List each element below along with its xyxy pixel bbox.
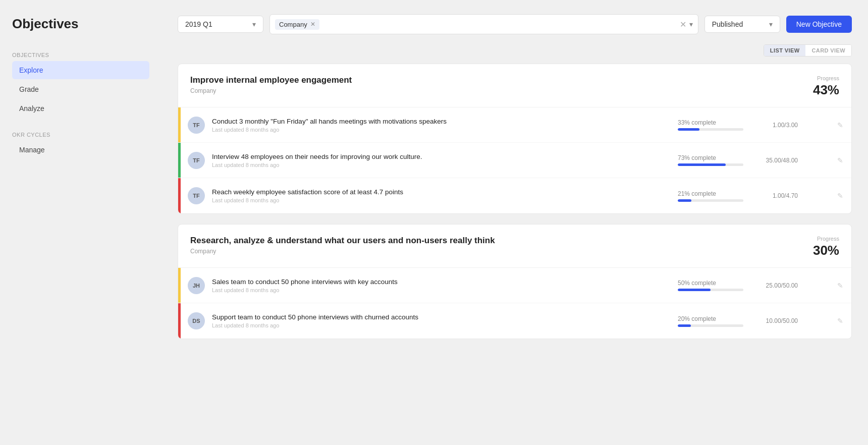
kr-title-5[interactable]: Support team to conduct 50 phone intervi…: [212, 313, 668, 321]
kr-updated-4: Last updated 8 months ago: [212, 287, 668, 293]
kr-progress-bar-fill-5: [678, 324, 691, 327]
kr-title-1[interactable]: Conduct 3 monthly "Fun Friday" all hands…: [212, 118, 668, 125]
main-content: 2019 Q1 ▾ Company ✕ ✕ ▾ Published ▾ New …: [161, 0, 868, 445]
kr-edit-icon-1[interactable]: ✎: [837, 121, 843, 129]
kr-edit-icon-2[interactable]: ✎: [837, 156, 843, 164]
okr-cycles-section-label: OKR Cycles: [12, 132, 149, 138]
objective-card-2: Research, analyze & understand what our …: [178, 224, 852, 339]
filter-chevron-icon[interactable]: ▾: [689, 20, 693, 28]
kr-fraction-4: 25.00/50.00: [757, 282, 798, 289]
published-chevron-icon: ▾: [769, 20, 773, 28]
kr-complete-label-4: 50% complete: [678, 280, 748, 287]
kr-updated-2: Last updated 8 months ago: [212, 162, 668, 168]
objective-progress-label-2: Progress: [813, 236, 839, 242]
kr-title-3[interactable]: Reach weekly employee satisfaction score…: [212, 188, 668, 196]
kr-row-1: TF Conduct 3 monthly "Fun Friday" all ha…: [178, 107, 851, 143]
card-view-button[interactable]: CARD VIEW: [805, 45, 851, 56]
quarter-chevron-icon: ▾: [252, 20, 256, 28]
kr-avatar-5: DS: [188, 312, 205, 329]
kr-sidebar-red-3: [178, 178, 181, 213]
kr-row-4: JH Sales team to conduct 50 phone interv…: [178, 268, 851, 303]
page-title: Objectives: [12, 16, 149, 32]
kr-progress-section-2: 73% complete: [678, 154, 748, 166]
filter-clear-icon[interactable]: ✕: [680, 20, 686, 29]
objective-card-1: Improve internal employee engagement Com…: [178, 64, 852, 214]
filter-tag-remove-icon[interactable]: ✕: [310, 21, 315, 28]
kr-avatar-4: JH: [188, 277, 205, 294]
objective-header-1: Improve internal employee engagement Com…: [178, 64, 851, 107]
kr-sidebar-red-5: [178, 303, 181, 339]
objective-title-2: Research, analyze & understand what our …: [190, 236, 813, 246]
okr-cycles-nav-group: OKR Cycles Manage: [12, 132, 149, 159]
quarter-value: 2019 Q1: [185, 20, 212, 28]
objective-info-2: Research, analyze & understand what our …: [190, 236, 813, 255]
kr-fraction-5: 10.00/50.00: [757, 317, 798, 324]
kr-avatar-2: TF: [188, 152, 205, 169]
kr-avatar-1: TF: [188, 117, 205, 134]
sidebar: Objectives Objectives Explore Grade Anal…: [0, 0, 161, 445]
kr-progress-section-5: 20% complete: [678, 315, 748, 327]
sidebar-item-manage[interactable]: Manage: [12, 141, 149, 159]
sidebar-item-grade[interactable]: Grade: [12, 80, 149, 98]
view-toggle-group: LIST VIEW CARD VIEW: [764, 44, 852, 57]
kr-fraction-3: 1.00/4.70: [757, 192, 798, 199]
kr-sidebar-yellow-4: [178, 268, 181, 303]
published-select[interactable]: Published ▾: [704, 16, 780, 33]
kr-fraction-1: 1.00/3.00: [757, 122, 798, 129]
kr-progress-bar-bg-3: [678, 199, 743, 202]
kr-content-3: Reach weekly employee satisfaction score…: [212, 188, 668, 203]
kr-updated-5: Last updated 8 months ago: [212, 322, 668, 328]
kr-progress-bar-bg-2: [678, 163, 743, 166]
kr-complete-label-2: 73% complete: [678, 154, 748, 161]
kr-complete-label-1: 33% complete: [678, 119, 748, 126]
kr-row-5: DS Support team to conduct 50 phone inte…: [178, 303, 851, 339]
kr-complete-label-3: 21% complete: [678, 190, 748, 197]
kr-progress-bar-bg-1: [678, 128, 743, 131]
kr-metrics-4: 50% complete 25.00/50.00: [668, 280, 829, 291]
kr-edit-icon-3[interactable]: ✎: [837, 192, 843, 200]
kr-progress-section-1: 33% complete: [678, 119, 748, 131]
published-label: Published: [712, 20, 743, 28]
objective-title-1: Improve internal employee engagement: [190, 75, 813, 85]
kr-row-2: TF Interview 48 employees on their needs…: [178, 143, 851, 178]
kr-progress-bar-bg-4: [678, 289, 743, 291]
kr-edit-icon-4[interactable]: ✎: [837, 282, 843, 290]
kr-sidebar-green-2: [178, 143, 181, 178]
kr-updated-1: Last updated 8 months ago: [212, 127, 668, 133]
objective-owner-2: Company: [190, 248, 813, 255]
kr-title-4[interactable]: Sales team to conduct 50 phone interview…: [212, 278, 668, 286]
kr-sidebar-yellow-1: [178, 107, 181, 142]
kr-content-1: Conduct 3 monthly "Fun Friday" all hands…: [212, 118, 668, 133]
objective-info-1: Improve internal employee engagement Com…: [190, 75, 813, 94]
kr-progress-bar-fill-1: [678, 128, 699, 131]
kr-edit-icon-5[interactable]: ✎: [837, 317, 843, 325]
list-view-button[interactable]: LIST VIEW: [764, 45, 806, 56]
objective-progress-1: Progress 43%: [813, 75, 839, 98]
filter-tag-label: Company: [279, 21, 307, 28]
kr-complete-label-5: 20% complete: [678, 315, 748, 322]
quarter-select[interactable]: 2019 Q1 ▾: [178, 16, 263, 33]
kr-metrics-3: 21% complete 1.00/4.70: [668, 190, 829, 202]
topbar: 2019 Q1 ▾ Company ✕ ✕ ▾ Published ▾ New …: [178, 14, 852, 34]
kr-avatar-3: TF: [188, 187, 205, 204]
company-filter-tag[interactable]: Company ✕: [275, 19, 319, 30]
new-objective-button[interactable]: New Objective: [786, 16, 852, 33]
view-toggle: LIST VIEW CARD VIEW: [178, 44, 852, 57]
kr-metrics-2: 73% complete 35.00/48.00: [668, 154, 829, 166]
kr-content-2: Interview 48 employees on their needs fo…: [212, 153, 668, 168]
objective-progress-value-1: 43%: [813, 82, 839, 98]
kr-updated-3: Last updated 8 months ago: [212, 197, 668, 203]
sidebar-item-explore[interactable]: Explore: [12, 61, 149, 79]
kr-progress-bar-fill-3: [678, 199, 691, 202]
kr-content-5: Support team to conduct 50 phone intervi…: [212, 313, 668, 328]
kr-progress-bar-bg-5: [678, 324, 743, 327]
filter-bar-actions: ✕ ▾: [680, 20, 693, 29]
filter-bar: Company ✕ ✕ ▾: [269, 14, 698, 34]
kr-content-4: Sales team to conduct 50 phone interview…: [212, 278, 668, 293]
kr-progress-section-3: 21% complete: [678, 190, 748, 202]
objectives-nav-group: Objectives Explore Grade Analyze: [12, 52, 149, 118]
sidebar-item-analyze[interactable]: Analyze: [12, 99, 149, 118]
kr-title-2[interactable]: Interview 48 employees on their needs fo…: [212, 153, 668, 160]
objective-progress-label-1: Progress: [813, 75, 839, 81]
objectives-list: Improve internal employee engagement Com…: [178, 64, 852, 339]
